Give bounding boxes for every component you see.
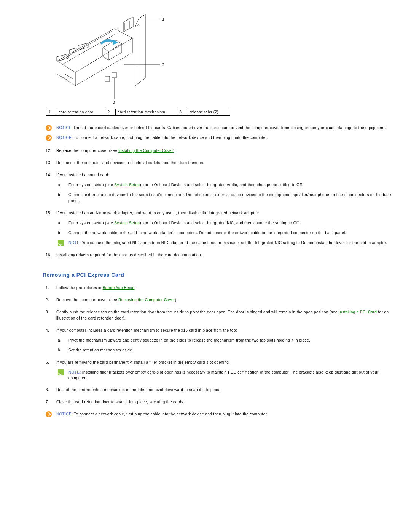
link-removing-cover[interactable]: Removing the Computer Cover: [118, 298, 175, 302]
legend-cell: 3: [177, 109, 187, 116]
svg-line-0: [139, 14, 145, 18]
substep: Enter system setup (see System Setup), g…: [58, 182, 396, 188]
substep: Enter system setup (see System Setup), g…: [58, 220, 396, 226]
callout-1: 1: [162, 17, 165, 21]
svg-rect-8: [112, 72, 116, 78]
note-label: NOTE:: [68, 370, 81, 374]
step-15: If you installed an add-in network adapt…: [46, 210, 396, 246]
step-7: Close the card retention door to snap it…: [46, 399, 396, 405]
svg-rect-7: [105, 76, 110, 81]
callout-3: 3: [113, 100, 115, 104]
notice-icon: [46, 411, 52, 417]
notice-text: Do not route card cables over or behind …: [73, 126, 386, 130]
link-installing-cover[interactable]: Installing the Computer Cover: [118, 149, 173, 153]
diagram-container: 1 2 3: [46, 11, 396, 105]
step-text: Enter system setup (see: [68, 183, 114, 187]
notice-block: NOTICE: To connect a network cable, firs…: [46, 411, 396, 417]
notice-block: NOTICE: To connect a network cable, firs…: [46, 135, 396, 141]
note-text: Installing filler brackets over empty ca…: [68, 370, 379, 380]
step-1: Follow the procedures in Before You Begi…: [46, 285, 396, 291]
note-icon: [58, 369, 64, 375]
steps-list-removing: Follow the procedures in Before You Begi…: [46, 285, 396, 405]
legend-cell: release tabs (2): [187, 109, 230, 116]
legend-cell: card retention door: [56, 109, 105, 116]
step-text: ), go to Onboard Devices and select Inte…: [140, 221, 300, 225]
notice-block: NOTICE: Do not route card cables over or…: [46, 125, 396, 131]
note-icon: [58, 240, 64, 246]
step-text: ).: [175, 298, 178, 302]
step-text: If you installed an add-in network adapt…: [56, 211, 259, 215]
notice-label: NOTICE:: [56, 412, 73, 416]
svg-line-9: [61, 76, 68, 81]
step-text: .: [134, 286, 135, 290]
step-5: If you are removing the card permanently…: [46, 359, 396, 381]
substeps-15: Enter system setup (see System Setup), g…: [58, 220, 396, 236]
note-block: NOTE: You can use the integrated NIC and…: [58, 240, 396, 246]
note-block: NOTE: Installing filler brackets over em…: [58, 369, 396, 381]
step-text: Follow the procedures in: [56, 286, 103, 290]
substep: Connect external audio devices to the so…: [58, 192, 396, 204]
step-text: Remove the computer cover (see: [56, 298, 118, 302]
step-text: Replace the computer cover (see: [56, 149, 118, 153]
notice-text: To connect a network cable, first plug t…: [73, 136, 268, 140]
step-13: Reconnect the computer and devices to el…: [46, 160, 396, 166]
substep: Connect the network cable to the add-in …: [58, 230, 396, 236]
legend-cell: card retention mechanism: [115, 109, 177, 116]
step-3: Gently push the release tab on the card …: [46, 309, 396, 321]
step-text: Enter system setup (see: [68, 221, 114, 225]
step-text: Gently push the release tab on the card …: [56, 310, 339, 314]
legend-cell: 2: [105, 109, 115, 116]
link-before-you-begin[interactable]: Before You Begin: [103, 286, 135, 290]
step-text: If your computer includes a card retenti…: [56, 328, 237, 332]
pci-card-diagram: 1 2 3: [46, 11, 175, 105]
substep: Pivot the mechanism upward and gently sq…: [58, 337, 396, 343]
step-2: Remove the computer cover (see Removing …: [46, 297, 396, 303]
substeps-4: Pivot the mechanism upward and gently sq…: [58, 337, 396, 353]
note-label: NOTE:: [68, 241, 81, 245]
callout-2: 2: [162, 62, 165, 67]
step-text: ).: [173, 149, 176, 153]
step-4: If your computer includes a card retenti…: [46, 328, 396, 353]
substeps-14: Enter system setup (see System Setup), g…: [58, 182, 396, 204]
link-installing-pci-card[interactable]: Installing a PCI Card: [339, 310, 377, 314]
step-text: If you are removing the card permanently…: [56, 360, 230, 364]
svg-line-10: [65, 74, 73, 79]
steps-list-continued: Replace the computer cover (see Installi…: [46, 148, 396, 258]
step-6: Reseat the card retention mechanism in t…: [46, 387, 396, 393]
diagram-legend-table: 1 card retention door 2 card retention m…: [46, 109, 230, 116]
link-system-setup[interactable]: System Setup: [114, 183, 140, 187]
step-14: If you installed a sound card: Enter sys…: [46, 172, 396, 204]
note-text: You can use the integrated NIC and add-i…: [81, 241, 387, 245]
step-16: Install any drivers required for the car…: [46, 252, 396, 258]
notice-text: To connect a network cable, first plug t…: [73, 412, 268, 416]
notice-icon: [46, 135, 52, 141]
section-heading-removing-pci-express: Removing a PCI Express Card: [43, 272, 396, 278]
substep: Set the retention mechanism aside.: [58, 347, 396, 353]
step-12: Replace the computer cover (see Installi…: [46, 148, 396, 154]
step-text: If you installed a sound card:: [56, 173, 109, 177]
notice-label: NOTICE:: [56, 126, 73, 130]
step-text: ), go to Onboard Devices and select Inte…: [140, 183, 303, 187]
legend-cell: 1: [46, 109, 56, 116]
notice-icon: [46, 125, 52, 131]
notice-label: NOTICE:: [56, 136, 73, 140]
link-system-setup[interactable]: System Setup: [114, 221, 140, 225]
